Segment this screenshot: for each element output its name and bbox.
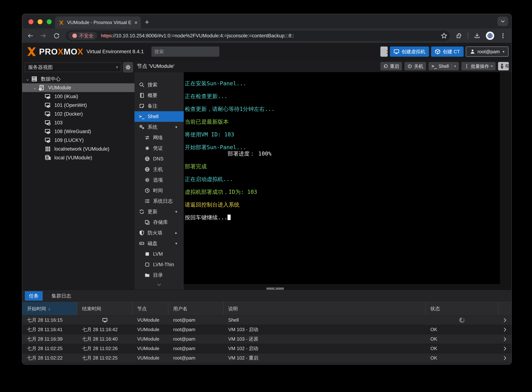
menu-item-搜索[interactable]: 搜索 (134, 79, 184, 90)
column-header-4[interactable]: 说明 (223, 302, 426, 315)
browser-tab-active[interactable]: VUModule - Proxmox Virtual E × (55, 16, 141, 29)
tree-item-101-openwrt-[interactable]: 101 (OpenWrt) (22, 101, 134, 110)
chevron-down-icon[interactable]: ▾ (454, 64, 456, 68)
tree-item-localnetwork-vumodule-[interactable]: localnetwork (VUModule) (22, 145, 134, 153)
caret-down-icon[interactable]: ▾ (175, 125, 177, 129)
shell-terminal[interactable]: 正在安装Sun-Panel... 正在检查更新... 检查更新，请耐心等待1分钟… (184, 72, 500, 284)
column-header-label: 结束时间 (82, 306, 101, 312)
create-ct-button[interactable]: 创建 CT (431, 47, 464, 57)
menu-item-系统日志[interactable]: 系统日志 (134, 196, 184, 206)
menu-item-更新[interactable]: 更新▾ (134, 206, 184, 217)
menu-item-目录[interactable]: 目录 (134, 270, 184, 280)
row-expand-chevron-icon[interactable] (499, 317, 511, 323)
chevron-right-icon (502, 355, 508, 361)
column-header-label: 用户名 (173, 306, 187, 312)
node-button-label: 批量操作 (471, 63, 489, 69)
address-bar[interactable]: 不安全 https://10.10.10.254:8006/#v1:0:=nod… (66, 30, 450, 41)
caret-right-icon[interactable]: ▸ (175, 231, 177, 235)
help-button[interactable]: ?帮助 (498, 62, 509, 70)
menu-scroll-down-icon[interactable] (134, 282, 184, 288)
row-expand-chevron-icon[interactable] (499, 346, 511, 351)
create-vm-button[interactable]: 创建虚拟机 (390, 47, 429, 57)
task-row-0[interactable]: 七月 28 11:16:15VUModuleroot@pamShell (22, 315, 511, 325)
bookmark-button[interactable] (440, 32, 448, 40)
column-header-0[interactable]: 开始时间↓ (22, 302, 77, 315)
grid-icon (44, 146, 51, 152)
brand-segment: X (58, 47, 64, 56)
tree-item-108-wireguard-[interactable]: 108 (WireGuard) (22, 127, 134, 136)
new-tab-button[interactable]: + (145, 16, 149, 28)
menu-item-网络[interactable]: 网络 (134, 132, 184, 143)
menu-item-dns[interactable]: DNS (134, 154, 184, 164)
row-expand-chevron-icon[interactable] (499, 327, 511, 332)
documentation-button[interactable]: 文档 (380, 47, 388, 57)
terminal-icon: >_ (432, 64, 437, 69)
task-row-2[interactable]: 七月 28 11:16:39七月 28 11:16:40VUModuleroot… (22, 334, 511, 344)
shell-button[interactable]: >_Shell▾ (428, 62, 459, 70)
panel-splitter-handle[interactable] (266, 288, 284, 290)
zoom-window-button[interactable] (47, 19, 52, 24)
tree-item-100-ikuai-[interactable]: 100 (iKuai) (22, 92, 134, 101)
menu-item-存储库[interactable]: 存储库 (134, 217, 184, 228)
caret-expand-icon[interactable]: ⌄ (25, 76, 30, 82)
shutdown-button[interactable]: 关机 (405, 62, 426, 70)
menu-item-lvm[interactable]: LVM (134, 249, 184, 259)
caret-down-icon[interactable]: ▾ (175, 241, 177, 246)
view-selector[interactable]: 服务器视图 ▾ (25, 63, 121, 72)
task-cell: OK (430, 346, 437, 351)
browser-menu-button[interactable] (499, 32, 507, 40)
close-tab-icon[interactable]: × (134, 19, 137, 26)
row-expand-chevron-icon[interactable] (499, 355, 511, 361)
task-row-1[interactable]: 七月 28 11:16:41七月 28 11:16:42VUModuleroot… (22, 325, 511, 334)
menu-item-凭证[interactable]: 凭证 (134, 143, 184, 154)
column-header-3[interactable]: 用户名 (168, 302, 223, 315)
forward-button[interactable] (40, 32, 47, 39)
menu-item-时间[interactable]: 时间 (134, 185, 184, 196)
menu-item-概要[interactable]: 概要 (134, 90, 184, 101)
downloads-button[interactable] (473, 32, 481, 40)
extensions-button[interactable] (455, 32, 463, 40)
back-button[interactable] (27, 32, 34, 39)
bulk-actions-button[interactable]: 批量操作▾ (461, 62, 495, 70)
menu-item-lvm-thin[interactable]: LVM-Thin (134, 259, 184, 270)
column-header-5[interactable]: 状态 (426, 302, 499, 315)
menu-item-shell[interactable]: >_Shell (134, 111, 184, 122)
tree-item-vumodule[interactable]: ⌄VUModule (22, 83, 134, 92)
caret-down-icon[interactable]: ▾ (175, 210, 177, 214)
menu-item-主机[interactable]: 主机 (134, 164, 184, 175)
menu-item-防火墙[interactable]: 防火墙▸ (134, 228, 184, 238)
minimize-window-button[interactable] (38, 19, 42, 24)
user-menu-button[interactable]: root@pam ▾ (466, 47, 508, 57)
task-tab-cluster-log[interactable]: 集群日志 (47, 291, 75, 301)
menu-item-系统[interactable]: 系统▾ (134, 122, 184, 132)
reload-button[interactable] (53, 32, 60, 39)
menu-item-备注[interactable]: 备注 (134, 101, 184, 111)
vm-icon (44, 111, 51, 117)
tab-overview-button[interactable] (498, 17, 508, 26)
tree-item-local-vumodule-[interactable]: local (VUModule) (22, 153, 134, 162)
task-cell: root@pam (173, 317, 195, 323)
close-window-button[interactable] (28, 19, 33, 24)
profile-avatar[interactable] (486, 32, 494, 40)
tree-item-109-lucky-[interactable]: 109 (LUCKY) (22, 136, 134, 145)
task-row-4[interactable]: 七月 28 11:02:22七月 28 11:02:25VUModuleroot… (22, 353, 511, 363)
column-header-1[interactable]: 结束时间 (77, 302, 132, 315)
tree-item-103[interactable]: ?103 (22, 118, 134, 127)
task-row-3[interactable]: 七月 28 11:02:25七月 28 11:02:26VUModuleroot… (22, 344, 511, 353)
tree-item-102-docker-[interactable]: 102 (Docker) (22, 110, 134, 118)
task-tab-tasks[interactable]: 任务 (25, 291, 43, 301)
menu-item-磁盘[interactable]: 磁盘▾ (134, 238, 184, 249)
node-panel: 节点 'VUModule' 重启关机>_Shell▾批量操作▾?帮助 搜索概要备… (134, 60, 511, 290)
menu-item-选项[interactable]: 选项 (134, 175, 184, 185)
terminal-line: 当前已是最新版本 (185, 118, 229, 125)
console-area: 正在安装Sun-Panel... 正在检查更新... 检查更新，请耐心等待1分钟… (184, 72, 511, 290)
restart-button[interactable]: 重启 (380, 62, 402, 70)
chevron-down-icon[interactable]: ▾ (491, 64, 493, 68)
sidebar-settings-button[interactable] (123, 62, 133, 72)
tree-item--[interactable]: ⌄数据中心 (22, 75, 134, 83)
caret-expand-icon[interactable]: ⌄ (32, 85, 38, 91)
row-expand-chevron-icon[interactable] (499, 336, 511, 342)
pve-search-input[interactable] (151, 47, 219, 57)
site-security-chip[interactable]: 不安全 (68, 32, 97, 40)
column-header-2[interactable]: 节点 (132, 302, 168, 315)
